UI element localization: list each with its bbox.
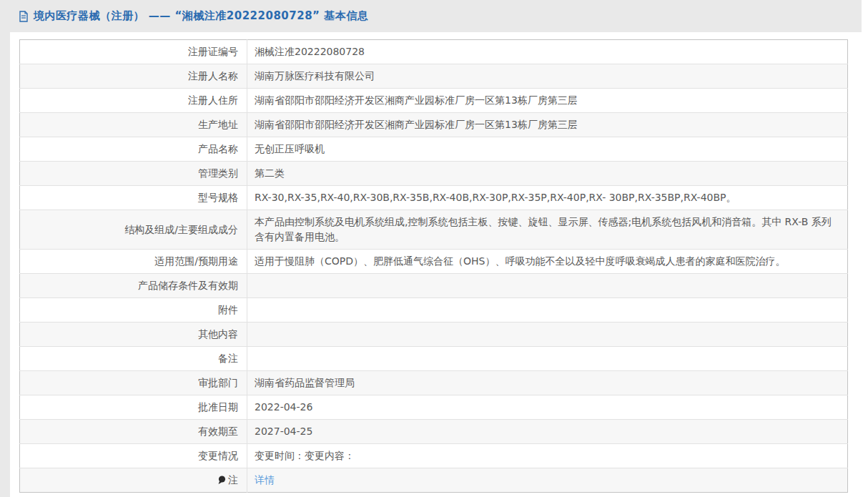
row-label-text: 生产地址: [198, 119, 238, 130]
registration-info-table: 注册证编号湘械注准20222080728注册人名称湖南万脉医疗科技有限公司注册人…: [19, 39, 848, 493]
row-label: 型号规格: [20, 186, 247, 210]
row-label: 产品储存条件及有效期: [20, 274, 247, 298]
row-label-text: 注册人名称: [188, 70, 238, 82]
row-value: 湖南万脉医疗科技有限公司: [247, 64, 848, 89]
table-row: 注册人住所湖南省邵阳市邵阳经济开发区湘商产业园标准厂房一区第13栋厂房第三层: [20, 89, 848, 113]
row-value-text: 湖南省邵阳市邵阳经济开发区湘商产业园标准厂房一区第13栋厂房第三层: [255, 94, 578, 106]
row-value: 湘械注准20222080728: [247, 40, 848, 64]
row-value: [247, 347, 848, 371]
row-label-text: 注册证编号: [188, 46, 238, 57]
table-row: 管理类别第二类: [20, 162, 848, 186]
row-label-text: 注: [228, 474, 238, 486]
row-label-text: 适用范围/预期用途: [154, 255, 238, 267]
row-label: 有效期至: [20, 420, 247, 444]
row-value-text: RX-30,RX-35,RX-40,RX-30B,RX-35B,RX-40B,R…: [255, 192, 736, 203]
row-label: 批准日期: [20, 395, 247, 420]
table-row: 附件: [20, 298, 848, 323]
row-label: 附件: [20, 298, 247, 323]
table-row: 注册证编号湘械注准20222080728: [20, 40, 848, 64]
row-value: 无创正压呼吸机: [247, 137, 848, 162]
row-value-text: 第二类: [255, 167, 285, 179]
row-label: 适用范围/预期用途: [20, 250, 247, 274]
row-label-text: 批准日期: [198, 401, 238, 413]
row-label-text: 产品储存条件及有效期: [138, 280, 238, 291]
page-header: 境内医疗器械（注册） —— “湘械注准20222080728” 基本信息: [0, 0, 862, 32]
row-label: 备注: [20, 347, 247, 371]
row-label: 生产地址: [20, 113, 247, 137]
speech-balloon-icon: [217, 476, 226, 485]
row-value: 湖南省邵阳市邵阳经济开发区湘商产业园标准厂房一区第13栋厂房第三层: [247, 89, 848, 113]
row-value: 2027-04-25: [247, 420, 848, 444]
row-label: 审批部门: [20, 371, 247, 395]
row-label-text: 其他内容: [198, 328, 238, 340]
table-row: 适用范围/预期用途适用于慢阻肺（COPD）、肥胖低通气综合征（OHS）、呼吸功能…: [20, 250, 848, 274]
row-value-text: 湘械注准20222080728: [255, 46, 365, 57]
row-value: RX-30,RX-35,RX-40,RX-30B,RX-35B,RX-40B,R…: [247, 186, 848, 210]
row-value: 湖南省邵阳市邵阳经济开发区湘商产业园标准厂房一区第13栋厂房第三层: [247, 113, 848, 137]
row-label-text: 管理类别: [198, 167, 238, 179]
row-value-text: 湖南万脉医疗科技有限公司: [255, 70, 375, 82]
row-label: 其他内容: [20, 323, 247, 347]
row-label: 注册人名称: [20, 64, 247, 89]
row-value: 变更时间：变更内容：: [247, 444, 848, 468]
table-row: 注册人名称湖南万脉医疗科技有限公司: [20, 64, 848, 89]
row-label: 注: [20, 468, 247, 493]
row-value: 2022-04-26: [247, 395, 848, 420]
row-label-text: 型号规格: [198, 192, 238, 203]
table-row: 生产地址湖南省邵阳市邵阳经济开发区湘商产业园标准厂房一区第13栋厂房第三层: [20, 113, 848, 137]
row-value-text: 无创正压呼吸机: [255, 143, 325, 154]
row-value: 本产品由控制系统及电机系统组成,控制系统包括主板、按键、旋钮、显示屏、传感器;电…: [247, 210, 848, 250]
row-value-text: 湖南省邵阳市邵阳经济开发区湘商产业园标准厂房一区第13栋厂房第三层: [255, 119, 578, 130]
table-row: 注详情: [20, 468, 848, 493]
row-value-text: 适用于慢阻肺（COPD）、肥胖低通气综合征（OHS）、呼吸功能不全以及轻中度呼吸…: [255, 255, 785, 267]
row-value: 湖南省药品监督管理局: [247, 371, 848, 395]
content-panel: 注册证编号湘械注准20222080728注册人名称湖南万脉医疗科技有限公司注册人…: [10, 32, 862, 497]
table-row: 产品储存条件及有效期: [20, 274, 848, 298]
row-label-text: 产品名称: [198, 143, 238, 154]
page-title: 境内医疗器械（注册） —— “湘械注准20222080728” 基本信息: [34, 9, 368, 23]
row-value-text: 2027-04-25: [255, 425, 312, 437]
row-label: 管理类别: [20, 162, 247, 186]
table-row: 审批部门湖南省药品监督管理局: [20, 371, 848, 395]
row-value-text: 2022-04-26: [255, 401, 312, 413]
row-value: 详情: [247, 468, 848, 493]
row-value: [247, 323, 848, 347]
table-row: 有效期至2027-04-25: [20, 420, 848, 444]
row-value-text: 变更时间：变更内容：: [255, 450, 355, 461]
row-label-text: 附件: [218, 304, 238, 315]
row-label: 结构及组成/主要组成成分: [20, 210, 247, 250]
row-label-text: 有效期至: [198, 425, 238, 437]
row-value: [247, 298, 848, 323]
table-row: 型号规格RX-30,RX-35,RX-40,RX-30B,RX-35B,RX-4…: [20, 186, 848, 210]
row-value: 适用于慢阻肺（COPD）、肥胖低通气综合征（OHS）、呼吸功能不全以及轻中度呼吸…: [247, 250, 848, 274]
row-label-text: 注册人住所: [188, 94, 238, 106]
row-value-text: 湖南省药品监督管理局: [255, 377, 355, 388]
row-label: 变更情况: [20, 444, 247, 468]
table-row: 备注: [20, 347, 848, 371]
row-value: 第二类: [247, 162, 848, 186]
row-value-text: 本产品由控制系统及电机系统组成,控制系统包括主板、按键、旋钮、显示屏、传感器;电…: [255, 216, 832, 242]
detail-link[interactable]: 详情: [255, 474, 275, 486]
document-icon: [19, 11, 29, 22]
page-background: 境内医疗器械（注册） —— “湘械注准20222080728” 基本信息 注册证…: [0, 0, 862, 497]
row-label: 产品名称: [20, 137, 247, 162]
row-label-text: 结构及组成/主要组成成分: [124, 224, 238, 235]
table-row: 产品名称无创正压呼吸机: [20, 137, 848, 162]
row-label-text: 审批部门: [198, 377, 238, 388]
table-row: 变更情况变更时间：变更内容：: [20, 444, 848, 468]
row-label: 注册人住所: [20, 89, 247, 113]
row-label-text: 变更情况: [198, 450, 238, 461]
row-value: [247, 274, 848, 298]
table-row: 结构及组成/主要组成成分本产品由控制系统及电机系统组成,控制系统包括主板、按键、…: [20, 210, 848, 250]
row-label: 注册证编号: [20, 40, 247, 64]
row-label-text: 备注: [218, 353, 238, 364]
table-row: 批准日期2022-04-26: [20, 395, 848, 420]
table-row: 其他内容: [20, 323, 848, 347]
